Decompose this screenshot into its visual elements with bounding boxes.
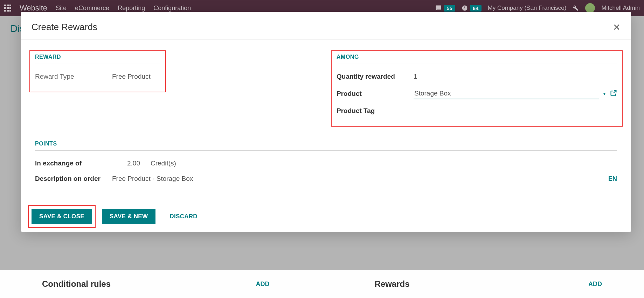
reward-type-value[interactable]: Free Product <box>112 73 160 80</box>
among-section-label: AMONG <box>337 54 617 64</box>
language-badge[interactable]: EN <box>608 175 617 183</box>
modal-title: Create Rewards <box>32 22 97 33</box>
description-label: Description on order <box>35 175 112 183</box>
save-new-button[interactable]: SAVE & NEW <box>102 209 155 224</box>
product-input[interactable] <box>414 88 599 99</box>
reward-type-label: Reward Type <box>35 73 112 80</box>
exchange-unit: Credit(s) <box>151 159 176 167</box>
modal-header: Create Rewards ✕ <box>21 12 631 40</box>
behind-bottom-strip: Conditional rules ADD Rewards ADD <box>0 270 644 298</box>
description-value[interactable]: Free Product - Storage Box <box>112 175 608 183</box>
close-icon[interactable]: ✕ <box>613 23 621 32</box>
exchange-value[interactable]: 2.00 <box>112 159 151 167</box>
points-section-label: POINTS <box>35 141 617 151</box>
qty-rewarded-value[interactable]: 1 <box>414 73 617 80</box>
apps-icon[interactable] <box>4 5 11 12</box>
discard-button[interactable]: DISCARD <box>162 209 205 224</box>
reward-highlight-box: REWARD Reward Type Free Product <box>29 50 166 92</box>
product-tag-label: Product Tag <box>337 107 414 115</box>
wrench-icon[interactable] <box>573 5 579 11</box>
messages-indicator[interactable]: 55 <box>435 5 455 12</box>
behind-conditional-heading: Conditional rules <box>42 279 111 289</box>
behind-add-reward[interactable]: ADD <box>588 281 602 288</box>
avatar[interactable] <box>585 3 595 13</box>
modal-body: REWARD Reward Type Free Product AMONG Qu… <box>21 40 631 201</box>
nav-ecommerce[interactable]: eCommerce <box>75 5 109 12</box>
create-rewards-modal: Create Rewards ✕ REWARD Reward Type Free… <box>21 12 631 232</box>
activities-indicator[interactable]: 64 <box>462 5 482 12</box>
exchange-label: In exchange of <box>35 159 112 167</box>
nav-reporting[interactable]: Reporting <box>118 5 145 12</box>
user-name[interactable]: Mitchell Admin <box>601 5 640 12</box>
among-highlight-box: AMONG Quantity rewarded 1 Product ▼ <box>331 50 623 127</box>
chat-icon <box>435 5 442 11</box>
company-selector[interactable]: My Company (San Francisco) <box>488 5 567 12</box>
modal-footer: SAVE & CLOSE SAVE & NEW DISCARD <box>21 201 631 232</box>
messages-badge: 55 <box>444 5 455 12</box>
product-label: Product <box>337 90 414 98</box>
behind-add-rule[interactable]: ADD <box>256 281 270 288</box>
nav-configuration[interactable]: Configuration <box>153 5 191 12</box>
clock-icon <box>462 5 468 11</box>
external-link-icon[interactable] <box>610 90 617 98</box>
topnav-right: 55 64 My Company (San Francisco) Mitchel… <box>435 3 640 13</box>
behind-rewards-heading: Rewards <box>375 279 410 289</box>
brand[interactable]: Website <box>20 3 47 13</box>
qty-rewarded-label: Quantity rewarded <box>337 73 414 80</box>
caret-down-icon[interactable]: ▼ <box>602 91 607 96</box>
points-section: POINTS In exchange of 2.00 Credit(s) Des… <box>35 141 617 190</box>
reward-section-label: REWARD <box>35 54 160 64</box>
save-close-button[interactable]: SAVE & CLOSE <box>32 209 92 224</box>
nav-site[interactable]: Site <box>56 5 67 12</box>
activities-badge: 64 <box>470 5 482 12</box>
save-close-highlight-box: SAVE & CLOSE <box>28 205 96 228</box>
